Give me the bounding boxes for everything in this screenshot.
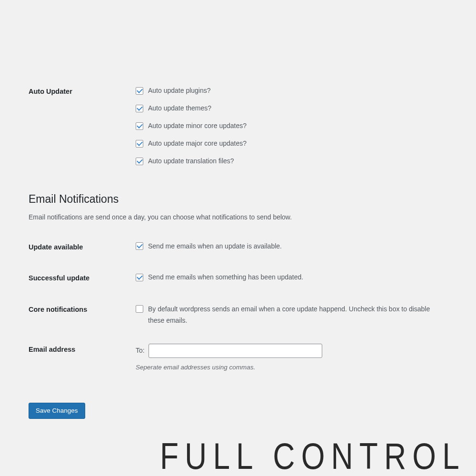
update-available-row: Update available Send me emails when an … <box>29 241 447 253</box>
auto-update-minor-core-label: Auto update minor core updates? <box>148 121 247 131</box>
auto-update-plugins-option: Auto update plugins? <box>136 86 447 96</box>
email-notifications-title: Email Notifications <box>29 191 447 208</box>
successful-update-checkbox[interactable] <box>136 274 143 281</box>
core-notifications-checkbox[interactable] <box>136 305 143 313</box>
email-address-hint: Seperate email addresses using commas. <box>136 363 447 372</box>
auto-updater-label: Auto Updater <box>29 86 136 97</box>
successful-update-row: Successful update Send me emails when so… <box>29 272 447 284</box>
auto-update-translation-label: Auto update translation files? <box>148 156 234 166</box>
save-changes-button[interactable]: Save Changes <box>29 403 85 419</box>
update-available-checkbox[interactable] <box>136 242 143 250</box>
auto-updater-row: Auto Updater Auto update plugins? Auto u… <box>29 86 447 166</box>
auto-update-plugins-label: Auto update plugins? <box>148 86 211 96</box>
auto-update-plugins-checkbox[interactable] <box>136 87 143 95</box>
auto-update-major-core-checkbox[interactable] <box>136 140 143 148</box>
auto-update-translation-checkbox[interactable] <box>136 158 143 165</box>
auto-update-translation-option: Auto update translation files? <box>136 156 447 166</box>
email-to-label: To: <box>136 346 145 356</box>
successful-update-option: Send me emails when something has been u… <box>136 272 447 282</box>
update-available-label: Update available <box>29 241 136 253</box>
email-address-input[interactable] <box>149 344 322 358</box>
core-notifications-option: By default wordpress sends an email when… <box>136 304 447 327</box>
auto-update-themes-checkbox[interactable] <box>136 105 143 112</box>
core-notifications-option-label: By default wordpress sends an email when… <box>148 304 443 327</box>
auto-update-minor-core-option: Auto update minor core updates? <box>136 121 447 131</box>
auto-updater-options: Auto update plugins? Auto update themes?… <box>136 86 447 166</box>
successful-update-label: Successful update <box>29 272 136 284</box>
email-address-label: Email address <box>29 344 136 355</box>
email-notifications-description: Email notifications are send once a day,… <box>29 212 447 222</box>
update-available-option-label: Send me emails when an update is availab… <box>148 241 282 251</box>
successful-update-option-label: Send me emails when something has been u… <box>148 272 303 282</box>
auto-update-themes-option: Auto update themes? <box>136 103 447 113</box>
update-available-option: Send me emails when an update is availab… <box>136 241 447 251</box>
auto-update-major-core-label: Auto update major core updates? <box>148 139 247 149</box>
hero-text: FULL CONTROL <box>160 435 466 476</box>
auto-update-major-core-option: Auto update major core updates? <box>136 139 447 149</box>
core-notifications-row: Core notifications By default wordpress … <box>29 304 447 327</box>
email-address-row: Email address To: Seperate email address… <box>29 344 447 372</box>
core-notifications-label: Core notifications <box>29 304 136 315</box>
auto-update-minor-core-checkbox[interactable] <box>136 122 143 130</box>
auto-update-themes-label: Auto update themes? <box>148 103 211 113</box>
